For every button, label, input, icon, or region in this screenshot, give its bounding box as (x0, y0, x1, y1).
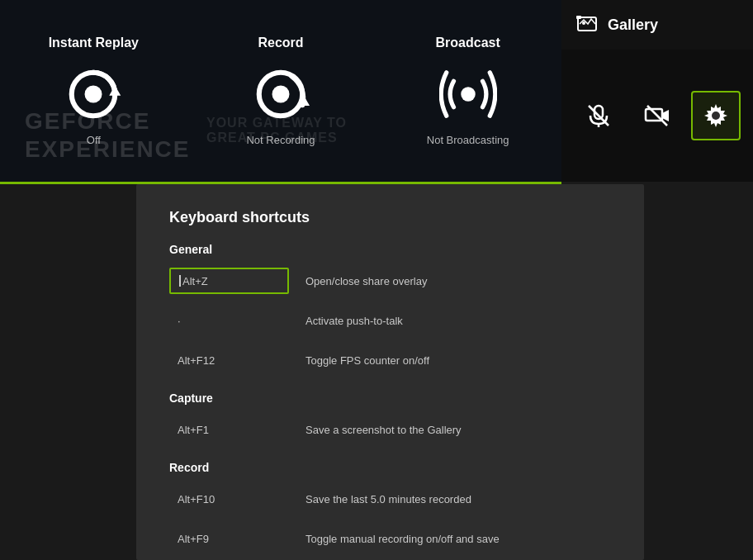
top-controls-bar: Instant Replay Off Record Not Recording … (0, 0, 561, 182)
shortcut-key-pushtotalk[interactable]: · (169, 307, 289, 334)
desc-pushtotalk: Activate push-to-talk (305, 315, 403, 327)
gallery-controls (561, 50, 753, 182)
mic-mute-button[interactable] (574, 91, 623, 140)
svg-point-16 (712, 112, 720, 120)
cursor-indicator (179, 275, 181, 287)
svg-point-1 (85, 86, 102, 103)
broadcast-control[interactable]: Broadcast Not Broadcasting (394, 36, 542, 146)
desc-altf1: Save a screenshot to the Gallery (305, 424, 462, 436)
broadcast-label: Broadcast (436, 36, 500, 50)
shortcut-key-altz[interactable]: Alt+Z (169, 268, 289, 294)
record-label: Record (258, 36, 303, 50)
shortcut-row-altz: Alt+Z Open/close share overlay (169, 268, 611, 294)
gallery-icon (576, 12, 599, 37)
key-altz-text: Alt+Z (182, 275, 208, 287)
record-section-label: Record (169, 461, 611, 474)
capture-label: Capture (169, 392, 611, 405)
instant-replay-status: Off (87, 134, 101, 146)
broadcast-icon (435, 61, 501, 127)
desc-altf12: Toggle FPS counter on/off (305, 354, 429, 367)
svg-marker-2 (110, 86, 121, 96)
key-altf10-text: Alt+F10 (178, 493, 215, 505)
desc-altz: Open/close share overlay (305, 275, 427, 287)
svg-point-4 (272, 86, 289, 103)
shortcut-row-altf1: Alt+F1 Save a screenshot to the Gallery (169, 416, 611, 443)
record-status: Not Recording (246, 134, 315, 146)
desc-altf10: Save the last 5.0 minutes recorded (305, 493, 471, 505)
key-pushtotalk-text: · (178, 315, 181, 327)
gallery-header[interactable]: Gallery (561, 0, 753, 50)
shortcut-row-pushtotalk: · Activate push-to-talk (169, 307, 611, 334)
panel-title: Keyboard shortcuts (169, 209, 611, 226)
record-icon (248, 61, 314, 127)
capture-section: Capture Alt+F1 Save a screenshot to the … (169, 392, 611, 443)
shortcut-row-altf10: Alt+F10 Save the last 5.0 minutes record… (169, 486, 611, 512)
svg-rect-8 (576, 16, 581, 19)
instant-replay-icon (60, 61, 126, 127)
shortcut-key-altf9[interactable]: Alt+F9 (169, 525, 289, 552)
broadcast-status: Not Broadcasting (427, 134, 509, 146)
key-altf9-text: Alt+F9 (178, 533, 209, 545)
general-label: General (169, 243, 611, 256)
gallery-title: Gallery (608, 17, 658, 34)
key-altf1-text: Alt+F1 (178, 424, 209, 436)
general-section: General Alt+Z Open/close share overlay ·… (169, 243, 611, 373)
shortcut-key-altf1[interactable]: Alt+F1 (169, 416, 289, 443)
desc-altf9: Toggle manual recording on/off and save (305, 533, 500, 545)
shortcuts-panel: Keyboard shortcuts General Alt+Z Open/cl… (136, 184, 644, 560)
svg-point-6 (461, 87, 476, 102)
record-control[interactable]: Record Not Recording (206, 36, 355, 146)
shortcut-key-altf12[interactable]: Alt+F12 (169, 347, 289, 373)
key-altf12-text: Alt+F12 (178, 354, 215, 367)
shortcut-row-altf12: Alt+F12 Toggle FPS counter on/off (169, 347, 611, 373)
shortcut-key-altf10[interactable]: Alt+F10 (169, 486, 289, 512)
record-section: Record Alt+F10 Save the last 5.0 minutes… (169, 461, 611, 552)
settings-button[interactable] (691, 91, 741, 140)
shortcut-row-altf9: Alt+F9 Toggle manual recording on/off an… (169, 525, 611, 552)
right-panel: Gallery (561, 0, 753, 182)
instant-replay-control[interactable]: Instant Replay Off (19, 36, 168, 146)
svg-point-9 (582, 21, 585, 25)
instant-replay-label: Instant Replay (49, 36, 139, 50)
camera-mute-button[interactable] (632, 91, 682, 140)
accent-line (0, 182, 561, 184)
